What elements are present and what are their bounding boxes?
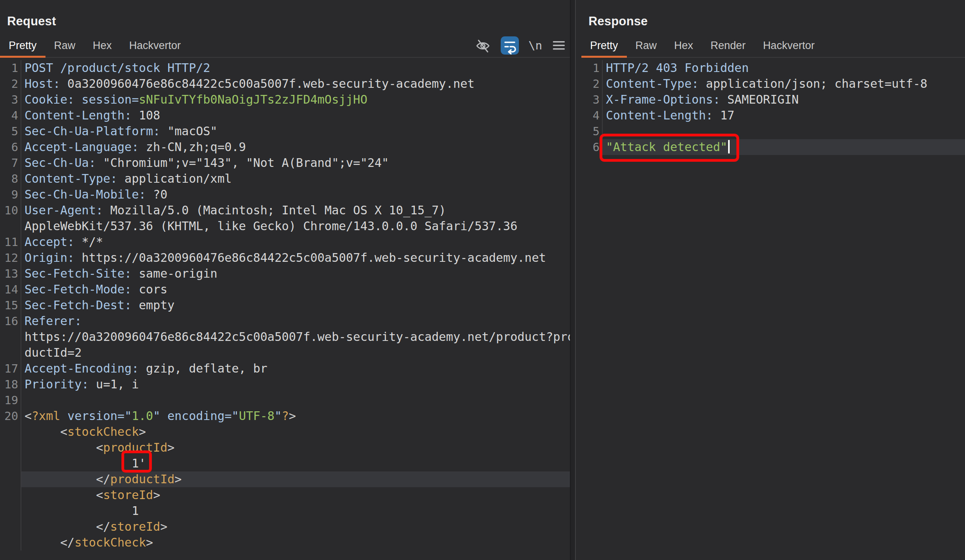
newline-label: \n <box>528 39 542 52</box>
newline-icon[interactable]: \n <box>528 39 542 52</box>
red-highlight-box: "Attack detected" <box>606 139 730 155</box>
response-title: Response <box>588 14 648 28</box>
tab-raw[interactable]: Raw <box>45 35 84 57</box>
line-number: 14 <box>0 282 21 297</box>
code-line[interactable]: 15Sec-Fetch-Dest: empty <box>0 297 570 313</box>
line-number: 2 <box>0 76 21 92</box>
line-number: 1 <box>0 60 21 76</box>
code-line[interactable]: 7Sec-Ch-Ua: "Chromium";v="143", "Not A(B… <box>0 155 570 171</box>
line-number <box>0 424 21 440</box>
response-header: Response PrettyRawHexRenderHackvertor <box>581 0 965 58</box>
line-number: 7 <box>0 155 21 171</box>
line-number: 2 <box>581 76 603 92</box>
line-number: 3 <box>581 92 603 108</box>
code-line[interactable]: <storeId> <box>0 487 570 503</box>
code-line[interactable]: </productId> <box>0 471 570 487</box>
line-number <box>0 329 21 345</box>
code-line[interactable]: 12Origin: https://0a3200960476e86c84422c… <box>0 250 570 266</box>
request-title: Request <box>7 14 56 28</box>
code-line[interactable]: 1' <box>0 456 570 471</box>
hide-nonprintable-icon[interactable] <box>475 37 491 54</box>
response-tabs: PrettyRawHexRenderHackvertor <box>581 35 823 57</box>
line-number: 10 <box>0 202 21 218</box>
code-line[interactable]: https://0a3200960476e86c84422c5c00a5007f… <box>0 329 570 345</box>
request-header: Request PrettyRawHexHackvertor <box>0 0 570 58</box>
code-line[interactable]: ductId=2 <box>0 345 570 361</box>
code-line[interactable]: 10User-Agent: Mozilla/5.0 (Macintosh; In… <box>0 202 570 218</box>
code-line[interactable]: 8Content-Type: application/xml <box>0 171 570 187</box>
code-line[interactable]: 1POST /product/stock HTTP/2 <box>0 60 570 76</box>
code-line[interactable]: 3X-Frame-Options: SAMEORIGIN <box>581 92 965 108</box>
line-number: 13 <box>0 266 21 282</box>
tab-hex[interactable]: Hex <box>666 35 702 57</box>
code-line[interactable]: <productId> <box>0 440 570 456</box>
code-line[interactable]: 13Sec-Fetch-Site: same-origin <box>0 266 570 282</box>
line-number <box>0 440 21 456</box>
line-number: 8 <box>0 171 21 187</box>
line-number: 1 <box>581 60 603 76</box>
response-editor[interactable]: 1HTTP/2 403 Forbidden2Content-Type: appl… <box>581 58 965 560</box>
code-line[interactable]: 5 <box>581 123 965 139</box>
line-number <box>0 535 21 551</box>
menu-icon[interactable] <box>552 39 566 52</box>
line-number <box>0 456 21 471</box>
line-number: 20 <box>0 408 21 424</box>
line-number: 18 <box>0 376 21 392</box>
code-line[interactable]: 20<?xml version="1.0" encoding="UTF-8"?> <box>0 408 570 424</box>
code-line[interactable]: 16Referer: <box>0 313 570 329</box>
tab-hex[interactable]: Hex <box>84 35 121 57</box>
code-line[interactable]: 4Content-Length: 108 <box>0 108 570 123</box>
code-line[interactable]: 6Accept-Language: zh-CN,zh;q=0.9 <box>0 139 570 155</box>
code-line[interactable]: 9Sec-Ch-Ua-Mobile: ?0 <box>0 187 570 202</box>
code-line[interactable]: 14Sec-Fetch-Mode: cors <box>0 282 570 297</box>
code-line[interactable]: </stockCheck> <box>0 535 570 551</box>
line-number: 11 <box>0 234 21 250</box>
line-number: 4 <box>0 108 21 123</box>
text-cursor <box>728 140 730 153</box>
line-number <box>0 487 21 503</box>
response-panel: Response PrettyRawHexRenderHackvertor 1H… <box>576 0 965 560</box>
request-panel: Request PrettyRawHexHackvertor <box>0 0 570 560</box>
line-number <box>0 218 21 234</box>
line-number: 5 <box>581 123 603 139</box>
tab-pretty[interactable]: Pretty <box>0 35 45 57</box>
request-toolbar: \n <box>475 36 566 55</box>
line-number: 16 <box>0 313 21 329</box>
tab-raw[interactable]: Raw <box>627 35 666 57</box>
code-line[interactable]: </storeId> <box>0 519 570 535</box>
code-line[interactable]: 3Cookie: session=sNFuIvTYfb0NaOigJTs2zJF… <box>0 92 570 108</box>
panel-splitter[interactable] <box>570 0 576 560</box>
code-line[interactable]: AppleWebKit/537.36 (KHTML, like Gecko) C… <box>0 218 570 234</box>
word-wrap-icon[interactable] <box>501 36 519 55</box>
tab-hackvertor[interactable]: Hackvertor <box>754 35 823 57</box>
request-editor[interactable]: 1POST /product/stock HTTP/22Host: 0a3200… <box>0 58 570 560</box>
code-line[interactable]: 6"Attack detected" <box>581 139 965 155</box>
red-highlight-box: 1' <box>132 456 146 471</box>
code-line[interactable]: 4Content-Length: 17 <box>581 108 965 123</box>
line-number: 6 <box>0 139 21 155</box>
line-number: 15 <box>0 297 21 313</box>
burp-message-editor: Request PrettyRawHexHackvertor <box>0 0 965 560</box>
request-tabs: PrettyRawHexHackvertor <box>0 35 189 57</box>
code-line[interactable]: 2Host: 0a3200960476e86c84422c5c00a5007f.… <box>0 76 570 92</box>
line-number: 17 <box>0 361 21 376</box>
tab-hackvertor[interactable]: Hackvertor <box>121 35 190 57</box>
line-number: 9 <box>0 187 21 202</box>
line-number <box>0 345 21 361</box>
code-line[interactable]: 17Accept-Encoding: gzip, deflate, br <box>0 361 570 376</box>
line-number <box>0 503 21 519</box>
code-line[interactable]: 19 <box>0 392 570 408</box>
line-number: 5 <box>0 123 21 139</box>
tab-pretty[interactable]: Pretty <box>581 35 627 57</box>
code-line[interactable]: 1 <box>0 503 570 519</box>
code-line[interactable]: 1HTTP/2 403 Forbidden <box>581 60 965 76</box>
code-line[interactable]: <stockCheck> <box>0 424 570 440</box>
code-line[interactable]: 11Accept: */* <box>0 234 570 250</box>
line-number: 19 <box>0 392 21 408</box>
line-number <box>0 471 21 487</box>
line-number: 6 <box>581 139 603 155</box>
code-line[interactable]: 2Content-Type: application/json; charset… <box>581 76 965 92</box>
tab-render[interactable]: Render <box>702 35 755 57</box>
code-line[interactable]: 18Priority: u=1, i <box>0 376 570 392</box>
code-line[interactable]: 5Sec-Ch-Ua-Platform: "macOS" <box>0 123 570 139</box>
